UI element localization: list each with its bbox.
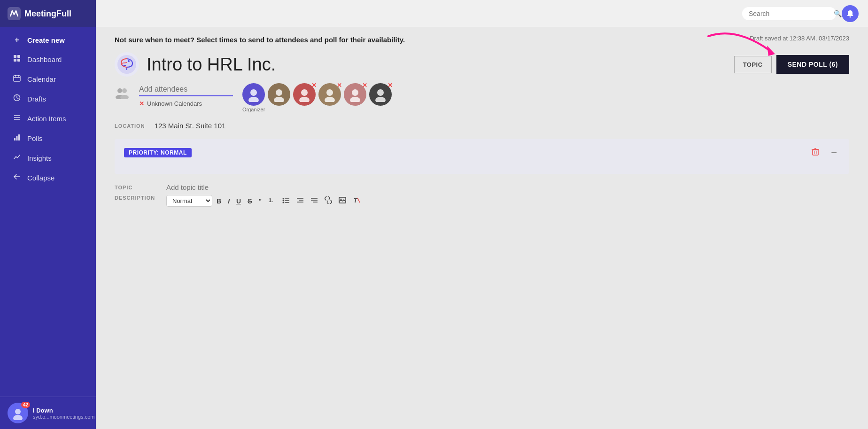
- indent-button[interactable]: [294, 195, 306, 207]
- svg-point-36: [352, 89, 358, 96]
- bold-button[interactable]: B: [214, 196, 224, 206]
- clear-format-icon: T: [353, 196, 360, 204]
- ol-icon: 1.: [268, 196, 276, 204]
- sidebar-item-label: Insights: [27, 154, 52, 162]
- svg-point-33: [299, 97, 310, 102]
- user-name: I Down: [33, 407, 94, 414]
- remove-attendee-icon[interactable]: ✕: [362, 82, 367, 88]
- content-area: Draft saved at 12:38 AM, 03/17/2023 Not …: [96, 27, 868, 429]
- attendees-icon: [115, 87, 130, 102]
- svg-rect-2: [17, 55, 20, 58]
- sidebar-item-dashboard[interactable]: Dashboard: [3, 50, 93, 69]
- italic-button[interactable]: I: [225, 196, 232, 206]
- attendee-avatar-1[interactable]: Organizer: [242, 83, 265, 112]
- sidebar-item-create-new[interactable]: + Create new: [3, 31, 93, 49]
- plus-icon: +: [12, 36, 22, 44]
- meeting-title: Intro to HRL Inc.: [147, 55, 276, 75]
- svg-point-28: [250, 89, 257, 96]
- svg-point-37: [350, 97, 360, 102]
- svg-point-30: [276, 89, 282, 96]
- search-icon: 🔍: [834, 10, 842, 17]
- action-items-icon: [12, 114, 22, 123]
- svg-point-24: [117, 88, 122, 93]
- strikethrough-button[interactable]: S: [245, 196, 254, 206]
- topic-row: TOPIC: [115, 183, 849, 191]
- remove-attendee-icon[interactable]: ✕: [311, 82, 317, 88]
- ul-icon: [282, 196, 290, 204]
- description-label: DESCRIPTION: [115, 195, 157, 201]
- text-style-select[interactable]: Normal Heading 1 Heading 2: [166, 195, 212, 207]
- description-toolbar: Normal Heading 1 Heading 2 B I U S " 1.: [166, 195, 363, 207]
- sidebar-bottom: 42 I Down syd.o...moonmeetings.com: [0, 397, 96, 429]
- remove-attendee-icon[interactable]: ✕: [388, 82, 393, 88]
- indent-icon: [296, 196, 304, 204]
- meeting-icon: [115, 52, 139, 77]
- sidebar: MeetingFull + Create new Dashboard Calen…: [0, 0, 96, 429]
- bell-icon: [846, 9, 854, 18]
- ordered-list-button[interactable]: 1.: [266, 195, 278, 207]
- sidebar-item-collapse[interactable]: Collapse: [3, 168, 93, 187]
- user-avatar-container[interactable]: 42: [8, 403, 28, 423]
- logo-text: MeetingFull: [24, 9, 71, 19]
- outdent-button[interactable]: [308, 195, 320, 207]
- attendee-avatar-4[interactable]: ✕: [318, 83, 341, 106]
- sidebar-logo[interactable]: MeetingFull: [0, 0, 96, 27]
- svg-point-18: [13, 415, 23, 420]
- sidebar-item-polls[interactable]: Polls: [3, 129, 93, 148]
- topic-button[interactable]: TOPIC: [734, 56, 772, 73]
- delete-priority-button[interactable]: [808, 147, 822, 159]
- svg-rect-14: [16, 136, 18, 140]
- attendee-avatar-5[interactable]: ✕: [344, 83, 366, 106]
- sidebar-item-label: Create new: [27, 36, 65, 44]
- underline-button[interactable]: U: [234, 196, 243, 206]
- topic-label: TOPIC: [115, 185, 157, 190]
- svg-rect-13: [14, 138, 16, 140]
- svg-point-39: [375, 97, 386, 102]
- svg-point-49: [283, 198, 284, 200]
- clear-format-button[interactable]: T: [350, 195, 363, 207]
- polls-icon: [12, 133, 22, 143]
- logo-icon: [8, 7, 21, 20]
- insights-icon: [12, 153, 22, 163]
- topbar: 🔍: [96, 0, 868, 27]
- svg-rect-1: [14, 55, 16, 58]
- sidebar-nav: + Create new Dashboard Calendar Drafts: [0, 27, 96, 397]
- collapse-priority-button[interactable]: −: [828, 146, 840, 160]
- notification-badge: 42: [21, 402, 30, 408]
- x-icon: ✕: [139, 100, 144, 107]
- topic-input[interactable]: [166, 183, 849, 191]
- unordered-list-button[interactable]: [280, 195, 292, 207]
- svg-point-19: [850, 16, 851, 17]
- attendee-avatar-6[interactable]: ✕: [369, 83, 392, 106]
- location-row: LOCATION 123 Main St. Suite 101: [96, 117, 868, 134]
- sidebar-item-drafts[interactable]: Drafts: [3, 89, 93, 108]
- priority-badge: PRIORITY: NORMAL: [124, 148, 192, 157]
- sidebar-item-label: Calendar: [27, 75, 56, 83]
- svg-point-50: [283, 200, 284, 202]
- svg-rect-5: [14, 76, 20, 81]
- attendee-avatar-3[interactable]: ✕: [293, 83, 316, 106]
- svg-point-17: [15, 409, 21, 414]
- sidebar-item-calendar[interactable]: Calendar: [3, 70, 93, 88]
- dashboard-icon: [12, 55, 22, 64]
- notification-button[interactable]: [842, 5, 859, 22]
- attendees-input[interactable]: [139, 83, 233, 96]
- svg-rect-3: [14, 59, 16, 62]
- remove-attendee-icon[interactable]: ✕: [337, 82, 342, 88]
- link-button[interactable]: [322, 195, 334, 207]
- image-button[interactable]: [336, 195, 349, 207]
- search-input[interactable]: [749, 10, 831, 17]
- sidebar-item-label: Polls: [27, 134, 43, 142]
- sidebar-item-insights[interactable]: Insights: [3, 148, 93, 167]
- sidebar-item-action-items[interactable]: Action Items: [3, 109, 93, 128]
- organizer-label: Organizer: [242, 107, 265, 112]
- collapse-icon: [12, 173, 22, 182]
- svg-point-29: [248, 97, 259, 102]
- attendees-input-wrap: ✕ Unknown Calendars: [139, 83, 233, 107]
- send-poll-button[interactable]: SEND POLL (6): [776, 55, 849, 74]
- topic-section: TOPIC DESCRIPTION Normal Heading 1 Headi…: [96, 179, 868, 211]
- search-wrap[interactable]: 🔍: [742, 7, 836, 20]
- quote-button[interactable]: ": [256, 196, 264, 206]
- attendee-avatar-2[interactable]: [268, 83, 290, 106]
- svg-rect-15: [18, 134, 20, 140]
